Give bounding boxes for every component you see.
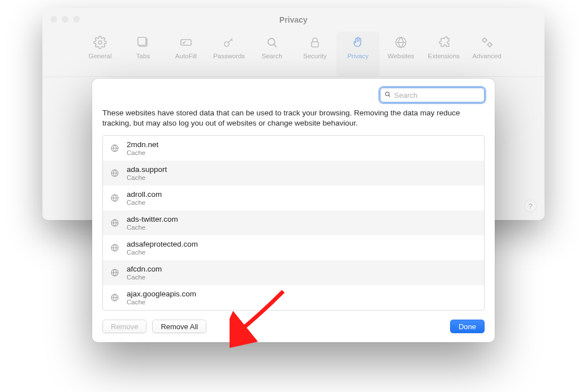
website-detail: Cache <box>127 199 162 206</box>
globe-icon <box>110 218 120 228</box>
globe-icon <box>110 292 120 303</box>
website-data-row[interactable]: adsafeprotected.comCache <box>103 235 484 260</box>
tab-advanced[interactable]: Advanced <box>465 32 508 76</box>
tab-general[interactable]: General <box>79 32 122 76</box>
website-detail: Cache <box>127 224 178 231</box>
website-detail: Cache <box>127 299 196 306</box>
tab-label: Websites <box>387 53 414 59</box>
titlebar: Privacy <box>42 8 545 32</box>
website-domain: afcdn.com <box>127 265 162 274</box>
remove-all-button[interactable]: Remove All <box>152 320 206 333</box>
tabs-icon <box>136 35 150 50</box>
website-data-row[interactable]: ajax.googleapis.comCache <box>103 285 484 310</box>
website-data-row[interactable]: adroll.comCache <box>103 186 484 210</box>
help-button[interactable]: ? <box>524 200 537 212</box>
tab-label: Tabs <box>136 53 150 59</box>
svg-rect-3 <box>181 40 191 45</box>
tab-privacy[interactable]: Privacy <box>336 32 379 76</box>
gears-icon <box>480 35 494 50</box>
tab-label: Extensions <box>428 53 460 59</box>
key-icon <box>222 35 236 50</box>
website-domain: ads-twitter.com <box>127 215 178 224</box>
minimize-window-icon[interactable] <box>62 16 68 23</box>
website-detail: Cache <box>127 274 162 281</box>
autofill-icon <box>179 35 193 50</box>
svg-point-5 <box>268 38 275 45</box>
globe-icon <box>110 193 120 203</box>
svg-point-4 <box>224 42 229 46</box>
tab-label: AutoFill <box>175 53 197 59</box>
preferences-toolbar: General Tabs AutoFill Passwords <box>42 32 545 77</box>
puzzle-icon <box>437 35 451 50</box>
tab-label: Advanced <box>472 53 501 59</box>
tab-autofill[interactable]: AutoFill <box>165 32 208 76</box>
tab-extensions[interactable]: Extensions <box>422 32 465 76</box>
tab-websites[interactable]: Websites <box>379 32 422 76</box>
website-data-dialog: These websites have stored data that can… <box>92 79 495 342</box>
dialog-button-row: Remove Remove All Done <box>102 320 485 333</box>
tab-security[interactable]: Security <box>293 32 336 76</box>
website-domain: 2mdn.net <box>127 140 158 149</box>
website-data-row[interactable]: ada.supportCache <box>103 161 484 186</box>
svg-point-9 <box>488 43 491 46</box>
svg-rect-6 <box>312 42 318 47</box>
svg-point-10 <box>386 92 390 96</box>
svg-point-0 <box>98 41 102 44</box>
tab-passwords[interactable]: Passwords <box>208 32 250 76</box>
done-button[interactable]: Done <box>450 320 485 333</box>
globe-icon <box>110 143 120 153</box>
remove-button[interactable]: Remove <box>102 320 146 333</box>
lock-icon <box>308 35 322 50</box>
window-traffic-lights[interactable] <box>50 16 80 23</box>
dialog-description: These websites have stored data that can… <box>102 108 485 128</box>
search-input[interactable] <box>394 91 481 100</box>
website-data-row[interactable]: afcdn.comCache <box>103 260 484 285</box>
globe-icon <box>394 35 408 50</box>
website-domain: ajax.googleapis.com <box>127 290 196 299</box>
website-detail: Cache <box>127 249 198 256</box>
hand-icon <box>351 35 365 50</box>
globe-icon <box>110 243 120 253</box>
tab-label: Privacy <box>347 53 369 59</box>
maximize-window-icon[interactable] <box>73 16 80 23</box>
website-detail: Cache <box>127 149 158 157</box>
svg-rect-2 <box>138 37 146 45</box>
search-icon <box>265 35 279 50</box>
website-data-row[interactable]: ads-twitter.comCache <box>103 210 484 235</box>
website-domain: adroll.com <box>127 190 162 199</box>
tab-label: Search <box>262 53 282 59</box>
tab-tabs[interactable]: Tabs <box>122 32 165 76</box>
svg-point-8 <box>483 38 486 42</box>
website-data-list[interactable]: 2mdn.netCacheada.supportCacheadroll.comC… <box>102 135 485 311</box>
tab-search[interactable]: Search <box>250 32 293 76</box>
website-domain: ada.support <box>127 165 167 174</box>
search-icon <box>384 90 391 100</box>
window-title: Privacy <box>42 15 545 24</box>
website-detail: Cache <box>127 174 167 182</box>
website-data-row[interactable]: 2mdn.netCache <box>103 136 484 161</box>
close-window-icon[interactable] <box>50 16 57 23</box>
gear-icon <box>93 35 107 50</box>
tab-label: General <box>89 53 112 59</box>
tab-label: Passwords <box>213 53 245 59</box>
search-field[interactable] <box>380 88 485 102</box>
globe-icon <box>110 168 120 178</box>
tab-label: Security <box>303 53 327 59</box>
globe-icon <box>110 268 120 278</box>
website-domain: adsafeprotected.com <box>127 240 198 249</box>
